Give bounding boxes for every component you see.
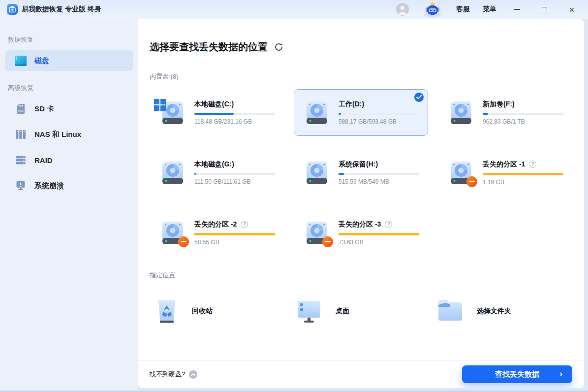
- system-crash-icon: [15, 180, 27, 192]
- location-recycle-bin[interactable]: 回收站: [150, 292, 290, 331]
- maximize-button[interactable]: [537, 3, 552, 16]
- refresh-icon[interactable]: [274, 42, 284, 52]
- location-select-folder[interactable]: 选择文件夹: [432, 292, 572, 331]
- drive-card-lost-1[interactable]: 丢失的分区 -1 ? 1.19 GB: [438, 149, 572, 196]
- drive-card-d[interactable]: 工作(D:) 588.17 GB/593.48 GB: [294, 89, 428, 136]
- help-icon[interactable]: ?: [385, 221, 392, 228]
- location-grid: 回收站 桌面 选择文件夹: [138, 292, 584, 331]
- capacity-bar: [194, 233, 275, 235]
- sidebar-section-data-recovery: 数据恢复: [8, 35, 130, 44]
- chevron-up-icon[interactable]: [189, 370, 197, 379]
- page-title: 选择要查找丢失数据的位置: [150, 40, 268, 54]
- nas-icon: [15, 129, 27, 140]
- specified-locations-label: 指定位置: [150, 271, 572, 280]
- drive-size: 515.59 MB/549 MB: [339, 178, 419, 185]
- capacity-bar: [194, 173, 275, 175]
- lost-partition-icon: [466, 176, 477, 187]
- capacity-bar: [194, 113, 275, 115]
- drive-name: 丢失的分区 -3: [339, 220, 381, 229]
- drive-icon: [447, 99, 475, 127]
- drive-icon: [159, 159, 186, 187]
- maximize-icon: [542, 7, 547, 12]
- folder-icon: [436, 298, 464, 325]
- sidebar-item-raid[interactable]: RAID: [5, 150, 133, 170]
- drive-name: 本地磁盘(G:): [194, 160, 234, 169]
- sidebar-section-advanced-recovery: 高级恢复: [8, 84, 130, 93]
- drive-size: 111.50 GB/111.61 GB: [194, 178, 275, 185]
- internal-drives-label: 内置盘 (8): [150, 72, 572, 81]
- sidebar: 数据恢复 磁盘 高级恢复 SD 卡: [0, 19, 138, 392]
- sd-card-icon: [15, 103, 27, 115]
- help-icon[interactable]: ?: [241, 221, 248, 228]
- desktop-icon: [295, 296, 323, 326]
- user-avatar[interactable]: [396, 3, 409, 16]
- drive-size: 588.17 GB/593.48 GB: [339, 118, 419, 125]
- sidebar-item-disk[interactable]: 磁盘: [5, 50, 133, 71]
- minimize-icon: [514, 9, 520, 10]
- drive-name: 新加卷(F:): [483, 100, 515, 109]
- capacity-bar: [339, 173, 419, 175]
- drive-card-f[interactable]: 新加卷(F:) 962.83 GB/1 TB: [438, 89, 572, 136]
- drive-size: 962.83 GB/1 TB: [483, 118, 563, 125]
- recycle-bin-icon: [155, 296, 179, 326]
- main-panel: 选择要查找丢失数据的位置 内置盘 (8) 本地磁盘(C:) 118.48 GB/…: [138, 19, 584, 388]
- arrow-right-icon: ›: [559, 369, 562, 379]
- customer-service-link[interactable]: 客服: [456, 5, 470, 14]
- drive-size: 1.19 GB: [483, 179, 563, 186]
- windows-logo-icon: [154, 99, 166, 111]
- minimize-button[interactable]: [509, 3, 524, 16]
- capacity-bar: [339, 233, 419, 235]
- cant-find-drive-link[interactable]: 找不到硬盘?: [150, 370, 185, 379]
- drive-card-g[interactable]: 本地磁盘(G:) 111.50 GB/111.61 GB: [150, 149, 284, 196]
- drive-icon: [303, 99, 331, 127]
- menu-link[interactable]: 菜单: [483, 5, 496, 14]
- scan-lost-data-button[interactable]: 查找丢失数据 ›: [462, 365, 572, 383]
- drive-icon: [303, 219, 331, 247]
- sidebar-item-sd-card[interactable]: SD 卡: [5, 98, 133, 119]
- sidebar-item-label: 磁盘: [34, 56, 49, 65]
- sidebar-item-system-crash[interactable]: 系统崩溃: [5, 175, 133, 196]
- selected-check-icon: [414, 93, 424, 102]
- scan-button-label: 查找丢失数据: [495, 370, 539, 378]
- sidebar-item-label: SD 卡: [34, 104, 54, 114]
- drive-card-c[interactable]: 本地磁盘(C:) 118.48 GB/231.16 GB: [150, 89, 284, 136]
- location-label: 桌面: [336, 307, 349, 316]
- footer-bar: 找不到硬盘? 查找丢失数据 ›: [138, 360, 584, 388]
- drive-icon: [303, 159, 331, 187]
- drive-name: 丢失的分区 -1: [483, 160, 525, 169]
- capacity-bar: [483, 173, 563, 175]
- lost-partition-icon: [322, 236, 333, 247]
- capacity-bar: [339, 113, 419, 115]
- drive-name: 工作(D:): [339, 100, 364, 109]
- sidebar-item-nas-linux[interactable]: NAS 和 Linux: [5, 124, 133, 145]
- drive-grid: 本地磁盘(C:) 118.48 GB/231.16 GB 工作(D:) 588.…: [138, 89, 584, 256]
- app-logo-icon: [7, 4, 18, 15]
- drive-size: 58.55 GB: [194, 239, 275, 246]
- sidebar-item-label: NAS 和 Linux: [34, 130, 81, 139]
- assistant-robot-icon[interactable]: [422, 1, 443, 18]
- drive-icon: [159, 219, 186, 247]
- close-button[interactable]: ×: [564, 3, 579, 16]
- drive-card-lost-2[interactable]: 丢失的分区 -2 ? 58.55 GB: [150, 209, 284, 256]
- title-bar: 易我数据恢复 专业版 终身 客服 菜单 ×: [0, 0, 588, 19]
- location-label: 回收站: [192, 307, 213, 316]
- drive-card-lost-3[interactable]: 丢失的分区 -3 ? 73.63 GB: [294, 209, 428, 256]
- drive-name: 系统保留(H:): [339, 160, 378, 169]
- close-icon: ×: [569, 5, 574, 14]
- drive-size: 73.63 GB: [339, 239, 419, 246]
- drive-size: 118.48 GB/231.16 GB: [194, 118, 275, 125]
- lost-partition-icon: [178, 236, 189, 247]
- app-title: 易我数据恢复 专业版 终身: [22, 5, 101, 14]
- location-desktop[interactable]: 桌面: [290, 292, 431, 331]
- capacity-bar: [483, 113, 563, 115]
- help-icon[interactable]: ?: [529, 161, 536, 168]
- drive-card-h[interactable]: 系统保留(H:) 515.59 MB/549 MB: [294, 149, 428, 196]
- drive-icon: [447, 159, 475, 187]
- raid-icon: [15, 154, 27, 166]
- location-label: 选择文件夹: [477, 307, 511, 316]
- drive-name: 本地磁盘(C:): [194, 100, 234, 109]
- drive-name: 丢失的分区 -2: [194, 220, 237, 229]
- disk-icon: [15, 55, 27, 66]
- sidebar-item-label: 系统崩溃: [34, 181, 64, 191]
- drive-icon: [159, 99, 186, 127]
